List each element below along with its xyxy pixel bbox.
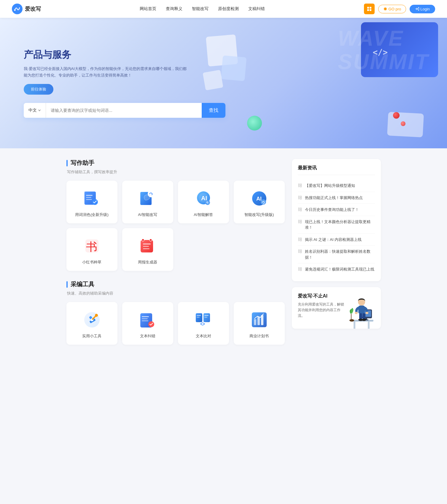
news-card: 最新资讯 ⛓ 【爱改写】网站升级模型通知 ⛓ 热搜功能正式上线！掌握网络热点 ⛓…: [292, 159, 381, 281]
writing-tools-grid-2: 书 小红书种草: [66, 228, 285, 271]
tool-name-xiaohongshu: 小红书种草: [82, 260, 101, 265]
svg-point-66: [365, 312, 368, 314]
tool-card-ai-rewrite[interactable]: AI智能改写: [122, 181, 173, 223]
words-icon: [82, 189, 101, 208]
tool-name-weekly: 周报生成器: [138, 260, 157, 265]
hero-banner: WAVESUMMIT </> 产品与服务 我·爱改写已经全面接入国内AI大模型，…: [0, 18, 447, 148]
experience-button[interactable]: 前往体验: [24, 84, 53, 95]
hero-bracket: </>: [373, 47, 388, 57]
svg-rect-13: [86, 197, 91, 198]
svg-text:书: 书: [86, 241, 97, 253]
svg-rect-3: [370, 7, 371, 9]
svg-rect-31: [143, 246, 149, 247]
link-icon-4: ⛓: [298, 237, 302, 242]
hero-green-circle: [247, 116, 262, 131]
tool-card-words[interactable]: 用词润色(全新升级): [66, 181, 117, 223]
hero-pink-ball: [401, 121, 405, 126]
link-icon-1: ⛓: [298, 195, 302, 200]
tool-name-smart-rewrite: 智能改写(升级版): [244, 212, 274, 217]
language-select[interactable]: 中文: [24, 103, 46, 118]
main-nav: 网站首页 查询释义 智能改写 原创度检测 文稿纠错: [140, 6, 265, 12]
svg-point-65: [355, 312, 358, 314]
tool-card-xiaohongshu[interactable]: 书 小红书种草: [66, 228, 117, 271]
svg-rect-47: [197, 315, 201, 316]
news-text-3: 现已上线！文本颜色分析器让提取更精准！: [305, 219, 375, 230]
svg-rect-14: [86, 199, 92, 200]
main-content: 写作助手 写作辅助工具，撰写效率提升: [61, 148, 387, 360]
svg-rect-67: [359, 313, 362, 319]
news-card-title: 最新资讯: [298, 165, 375, 175]
smart-rewrite-icon: AI: [250, 189, 269, 208]
login-button[interactable]: Login: [410, 5, 435, 13]
logo-area[interactable]: 爱改写: [12, 4, 41, 14]
news-item-4[interactable]: ⛓ 揭示 AI 之谜：AI 内容检测器上线: [298, 234, 375, 246]
hero-title: 产品与服务: [24, 48, 202, 61]
svg-rect-2: [367, 7, 369, 9]
svg-rect-52: [254, 319, 256, 325]
header-actions: GO pro Login: [364, 4, 435, 14]
hero-white-block-3: [203, 70, 223, 90]
tool-card-compare[interactable]: 文本比对: [178, 302, 229, 345]
svg-point-70: [362, 319, 366, 321]
search-input[interactable]: [46, 108, 202, 113]
svg-rect-68: [362, 313, 365, 319]
svg-rect-57: [368, 322, 370, 329]
news-text-0: 【爱改写】网站升级模型通知: [305, 183, 355, 189]
svg-point-1: [14, 9, 16, 11]
promo-card: 爱改写·不止AI 充分利用爱改写的工具，解锁其功能并利用您的内容工作流。: [292, 287, 381, 329]
search-button[interactable]: 查找: [202, 103, 225, 118]
link-icon-3: ⛓: [298, 219, 302, 224]
tool-name-words: 用词润色(全新升级): [75, 212, 109, 217]
svg-rect-41: [142, 316, 149, 317]
tool-card-weekly[interactable]: 周报生成器: [122, 228, 173, 271]
svg-rect-56: [354, 322, 355, 329]
tool-card-utils[interactable]: 实用小工具: [66, 302, 117, 345]
tool-name-utils: 实用小工具: [82, 333, 101, 339]
news-text-6: 避免违规词汇！极限词检测工具现已上线: [305, 266, 374, 272]
search-bar: 中文 查找: [24, 103, 225, 118]
grammar-icon: [138, 310, 157, 329]
go-pro-button[interactable]: GO pro: [378, 5, 406, 13]
svg-point-62: [349, 319, 354, 322]
news-item-2[interactable]: ⛓ 今日历史事件查询功能上线了！: [298, 204, 375, 216]
news-item-3[interactable]: ⛓ 现已上线！文本颜色分析器让提取更精准！: [298, 216, 375, 234]
svg-rect-43: [142, 320, 148, 321]
svg-point-34: [149, 239, 152, 241]
news-item-1[interactable]: ⛓ 热搜功能正式上线！掌握网络热点: [298, 192, 375, 204]
cai-bian-section: 采编工具 快速、高效的辅助采编内容: [66, 280, 285, 345]
svg-rect-50: [204, 317, 207, 318]
nav-query[interactable]: 查询释义: [166, 6, 182, 12]
cai-bian-title: 采编工具: [71, 280, 94, 288]
tool-name-business: 商业计划书: [249, 333, 269, 339]
news-text-4: 揭示 AI 之谜：AI 内容检测器上线: [305, 237, 362, 243]
grid-icon: [367, 7, 372, 11]
tool-card-smart-rewrite[interactable]: AI 智能改写(升级版): [234, 181, 285, 223]
news-item-5[interactable]: ⛓ 姓名识别利器：快速提取和解析姓名数据！: [298, 246, 375, 263]
svg-rect-32: [143, 248, 149, 249]
svg-rect-48: [197, 317, 200, 318]
compare-icon: [194, 310, 213, 329]
tool-card-ai-answer[interactable]: AI AI智能解答: [178, 181, 229, 223]
nav-rewrite[interactable]: 智能改写: [192, 6, 209, 12]
news-item-0[interactable]: ⛓ 【爱改写】网站升级模型通知: [298, 180, 375, 192]
tool-card-grammar[interactable]: 文本纠错: [122, 302, 173, 345]
nav-proofread[interactable]: 文稿纠错: [248, 6, 265, 12]
promo-desc: 充分利用爱改写的工具，解锁其功能并利用您的内容工作流。: [298, 302, 345, 319]
header: 爱改写 网站首页 查询释义 智能改写 原创度检测 文稿纠错 GO pro: [0, 0, 447, 18]
xiaohongshu-icon: 书: [82, 236, 101, 255]
news-item-6[interactable]: ⛓ 避免违规词汇！极限词检测工具现已上线: [298, 263, 375, 275]
svg-point-18: [148, 190, 155, 197]
writing-assistant-subtitle: 写作辅助工具，撰写效率提升: [67, 169, 285, 175]
nav-originality[interactable]: 原创度检测: [218, 6, 239, 12]
nav-home[interactable]: 网站首页: [140, 6, 156, 12]
svg-rect-46: [203, 313, 210, 322]
hero-white-block-2: [221, 55, 247, 81]
news-text-1: 热搜功能正式上线！掌握网络热点: [305, 195, 363, 201]
svg-point-33: [142, 239, 144, 241]
grid-button[interactable]: [364, 4, 375, 14]
tool-card-business[interactable]: 商业计划书: [234, 302, 285, 345]
promo-figure: [345, 293, 378, 329]
hero-desc: 我·爱改写已经全面接入国内AI大模型，作为你的智能伙伴，无论您的需求来自哪个领域…: [24, 66, 190, 79]
section-bar: [66, 160, 68, 166]
logo-icon: [12, 4, 23, 14]
